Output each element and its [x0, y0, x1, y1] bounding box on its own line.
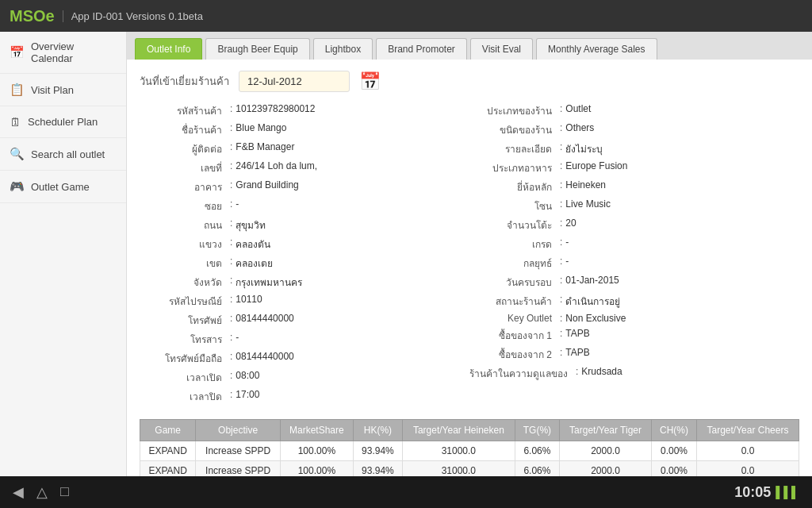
sidebar-item-overview-calendar[interactable]: 📅Overview Calendar [0, 32, 126, 74]
inner-content: วันที่เข้าเยี่ยมร้านค้า 📅 รหัสร้านค้า:10… [127, 60, 812, 476]
info-row: ยี่ห้อหลัก:Heineken [469, 179, 799, 194]
info-key: ร้านค้าในความดูแลของ [469, 366, 573, 381]
info-val: TAPB [565, 328, 799, 339]
tab-lightbox[interactable]: Lightbox [313, 38, 373, 60]
info-row: ชื่อร้านค้า:Blue Mango [140, 122, 469, 137]
date-input[interactable] [239, 71, 350, 92]
info-key: Key Outlet [469, 313, 557, 324]
sidebar-icon-visit-plan: 📋 [10, 83, 25, 97]
info-row: ประเภทของร้าน:Outlet [469, 103, 799, 118]
info-row: ซื้อของจาก 1:TAPB [469, 328, 799, 343]
info-val: กรุงเทพมหานคร [236, 275, 469, 290]
info-row: โทรสาร:- [140, 332, 469, 347]
sidebar-item-visit-plan[interactable]: 📋Visit Plan [0, 74, 126, 106]
table-head: GameObjectiveMarketShareHK(%)Target/Year… [140, 420, 799, 441]
nav-icon-1[interactable]: △ [36, 483, 48, 501]
info-key: ประเภทอาหาร [469, 160, 557, 175]
tab-visit-eval[interactable]: Visit Eval [470, 38, 533, 60]
info-val: คลองเตย [236, 256, 469, 271]
info-row: ถนน:สุขุมวิท [140, 217, 469, 233]
table-header: Objective [196, 420, 280, 441]
info-row: ขนิดของร้าน:Others [469, 122, 799, 137]
table-cell: 100.00% [280, 441, 353, 461]
sidebar-item-search-all-outlet[interactable]: 🔍Search all outlet [0, 138, 126, 171]
date-label: วันที่เข้าเยี่ยมร้านค้า [140, 73, 229, 90]
info-section: รหัสร้านค้า:101239782980012ชื่อร้านค้า:B… [140, 103, 799, 408]
table-row: EXPANDIncrease SPPD100.00%93.94%31000.06… [140, 441, 799, 461]
table-cell: 31000.0 [402, 461, 515, 477]
nav-icon-2[interactable]: □ [60, 483, 69, 501]
table-cell: 31000.0 [402, 441, 515, 461]
table-header: Game [140, 420, 196, 441]
info-key: เวลาปิด [140, 389, 227, 404]
info-key: รหัสร้านค้า [140, 103, 227, 118]
table-row: EXPANDIncrease SPPD100.00%93.94%31000.06… [140, 461, 799, 477]
table-cell: EXPAND [140, 441, 196, 461]
tab-braugh-beer[interactable]: Braugh Beer Equip [205, 38, 309, 60]
info-row: เวลาเปิด:08:00 [140, 370, 469, 385]
sidebar-label-search-all-outlet: Search all outlet [31, 148, 105, 160]
info-key: ถนน [140, 217, 227, 233]
info-val: TAPB [565, 347, 799, 358]
info-key: ประเภทของร้าน [469, 103, 557, 118]
info-val: 08144440000 [236, 313, 469, 324]
info-key: ซื้อของจาก 1 [469, 328, 557, 343]
info-row: เขต:คลองเตย [140, 256, 469, 271]
info-val: 17:00 [236, 389, 469, 400]
info-row: เลขที่:246/14 Loh da lum, [140, 160, 469, 175]
table-cell: 0.00% [652, 441, 697, 461]
app-title: App ID-001 Versions 0.1beta [63, 10, 203, 22]
info-row: ร้านค้าในความดูแลของ:Krudsada [469, 366, 799, 381]
data-table: GameObjectiveMarketShareHK(%)Target/Year… [140, 419, 799, 476]
sidebar-item-scheduler-plan[interactable]: 🗓Scheduler Plan [0, 106, 126, 138]
info-val: Heineken [565, 179, 799, 190]
info-key: เกรด [469, 237, 557, 252]
info-key: ยี่ห้อหลัก [469, 179, 557, 194]
content-area: Outlet InfoBraugh Beer EquipLightboxBran… [127, 32, 812, 476]
info-val: 10110 [236, 294, 469, 305]
info-key: โทรศัพย์ [140, 313, 227, 328]
info-key: จังหวัด [140, 275, 227, 290]
bottombar: ◀△□ 10:05 ▌▌▌ [0, 476, 812, 508]
info-val: 08:00 [236, 370, 469, 381]
table-cell: 6.06% [515, 461, 559, 477]
calendar-icon[interactable]: 📅 [359, 71, 381, 92]
info-row: Key Outlet:Non Exclusive [469, 313, 799, 324]
info-key: ชื่อร้านค้า [140, 122, 227, 137]
info-val: Blue Mango [236, 122, 469, 133]
info-key: สถานะร้านค้า [469, 294, 557, 309]
tab-outlet-info[interactable]: Outlet Info [135, 38, 202, 60]
info-row: ผู้ติดต่อ:F&B Manager [140, 141, 469, 156]
info-row: ประเภทอาหาร:Europe Fusion [469, 160, 799, 175]
table-cell: Increase SPPD [196, 441, 280, 461]
table-cell: 2000.0 [560, 441, 652, 461]
info-val: Live Music [565, 198, 799, 210]
info-key: ผู้ติดต่อ [140, 141, 227, 156]
table-cell: 0.00% [652, 461, 697, 477]
table-header: HK(%) [353, 420, 402, 441]
info-row: กลยุทธ์:- [469, 256, 799, 271]
table-cell: 0.0 [697, 441, 799, 461]
info-key: แขวง [140, 237, 227, 252]
info-key: เลขที่ [140, 160, 227, 175]
info-key: อาคาร [140, 179, 227, 194]
nav-icon-0[interactable]: ◀ [13, 483, 24, 501]
table-cell: 93.94% [353, 441, 402, 461]
nav-icons: ◀△□ [13, 483, 69, 501]
info-key: เวลาเปิด [140, 370, 227, 385]
tab-monthly-avg-sales[interactable]: Monthly Average Sales [536, 38, 657, 60]
info-key: ซอย [140, 198, 227, 214]
sidebar-item-outlet-game[interactable]: 🎮Outlet Game [0, 171, 126, 203]
tab-brand-promoter[interactable]: Brand Promoter [376, 38, 467, 60]
table-header: MarketShare [280, 420, 353, 441]
sidebar-label-scheduler-plan: Scheduler Plan [28, 116, 98, 128]
table-cell: Increase SPPD [196, 461, 280, 477]
sidebar-icon-outlet-game: 🎮 [10, 179, 25, 194]
info-val: - [236, 198, 469, 210]
info-row: แขวง:คลองตัน [140, 237, 469, 252]
info-key: รหัสไปรษณีย์ [140, 294, 227, 309]
info-key: รายละเอียด [469, 141, 557, 156]
sidebar-label-overview-calendar: Overview Calendar [31, 40, 117, 64]
info-val: 20 [565, 217, 799, 229]
info-val: Others [565, 122, 799, 133]
